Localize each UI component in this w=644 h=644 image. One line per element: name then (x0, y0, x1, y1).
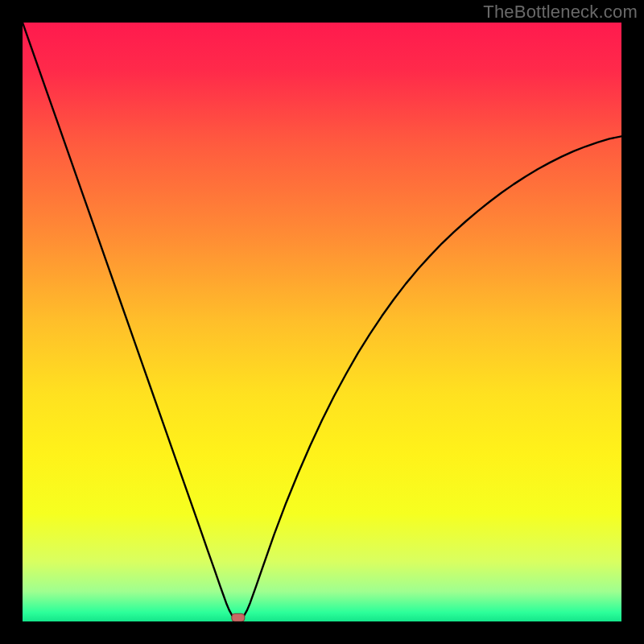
optimum-marker (232, 613, 245, 621)
chart-frame: TheBottleneck.com (0, 0, 644, 644)
gradient-background (23, 23, 621, 621)
watermark-text: TheBottleneck.com (483, 2, 638, 23)
chart-svg (23, 23, 621, 621)
plot-area (23, 23, 621, 621)
